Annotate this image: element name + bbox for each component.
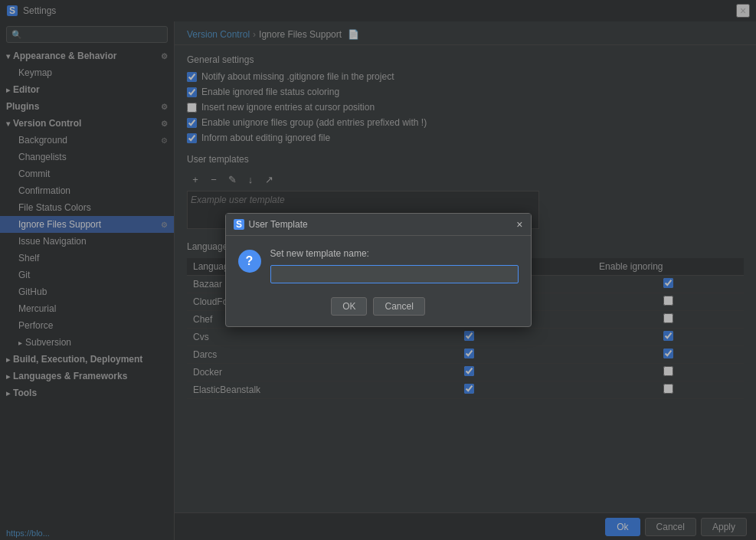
dialog-title-bar: S User Template ×: [226, 214, 531, 236]
dialog-content: Set new template name:: [270, 248, 519, 283]
dialog-body: ? Set new template name:: [226, 236, 531, 290]
dialog-title: User Template: [249, 219, 517, 230]
dialog-ok-button[interactable]: OK: [331, 297, 367, 316]
svg-text:S: S: [235, 219, 241, 230]
dialog-app-icon: S: [234, 219, 244, 230]
question-icon: ?: [238, 250, 261, 273]
user-template-dialog: S User Template × ? Set new template nam…: [225, 213, 532, 327]
dialog-overlay: S User Template × ? Set new template nam…: [0, 0, 756, 540]
template-name-input[interactable]: [270, 265, 519, 283]
dialog-footer: OK Cancel: [226, 290, 531, 326]
dialog-close-button[interactable]: ×: [516, 218, 522, 231]
dialog-cancel-button[interactable]: Cancel: [373, 297, 424, 316]
settings-window: S Settings × 🔍 ▾ Appearance & Behavior ⚙…: [0, 0, 756, 540]
dialog-label: Set new template name:: [270, 248, 519, 259]
